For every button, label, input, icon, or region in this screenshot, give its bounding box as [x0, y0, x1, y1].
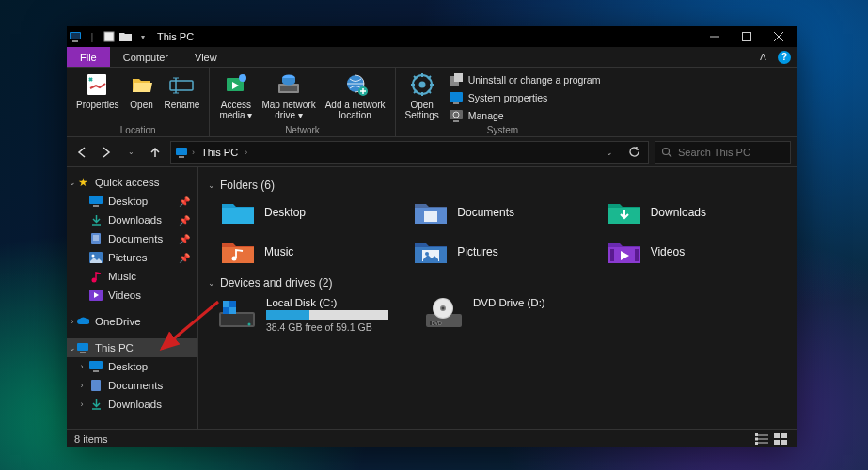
- window-title: This PC: [157, 31, 194, 42]
- svg-rect-39: [179, 156, 184, 158]
- ribbon: Properties Open Rename Location Access m…: [67, 68, 797, 137]
- tab-computer[interactable]: Computer: [110, 47, 181, 67]
- properties-button[interactable]: Properties: [72, 70, 123, 124]
- download-icon: [89, 213, 103, 227]
- ribbon-group-network: Access media ▾ Map network drive ▾ Add a…: [210, 68, 395, 136]
- settings-icon: [409, 71, 435, 98]
- folder-downloads[interactable]: Downloads: [604, 196, 787, 229]
- sidebar-quick-access[interactable]: ⌄ ★ Quick access: [67, 173, 197, 192]
- manage-button[interactable]: Manage: [445, 107, 605, 124]
- folder-pictures[interactable]: Pictures: [410, 235, 593, 269]
- folder-videos[interactable]: Videos: [604, 235, 787, 269]
- folder-desktop[interactable]: Desktop: [217, 196, 401, 229]
- search-box[interactable]: Search This PC: [655, 141, 791, 164]
- sidebar-downloads[interactable]: Downloads 📌: [67, 211, 197, 229]
- qat-dropdown-icon[interactable]: ▾: [136, 30, 150, 43]
- address-sep2[interactable]: ›: [245, 148, 247, 157]
- pictures-folder-icon: [414, 239, 448, 265]
- address-dropdown[interactable]: ⌄: [599, 142, 620, 163]
- drives-row: Local Disk (C:) 38.4 GB free of 59.1 GB …: [208, 293, 787, 333]
- tab-view[interactable]: View: [181, 47, 230, 67]
- qat-folder-icon[interactable]: [119, 30, 133, 43]
- svg-rect-57: [93, 370, 99, 372]
- chevron-right-icon[interactable]: ›: [76, 381, 87, 390]
- svg-rect-86: [774, 433, 780, 438]
- sidebar-pictures[interactable]: Pictures 📌: [67, 248, 197, 267]
- chevron-down-icon[interactable]: ⌄: [67, 343, 78, 352]
- map-drive-button[interactable]: Map network drive ▾: [258, 70, 319, 124]
- svg-rect-87: [781, 433, 787, 438]
- folder-music[interactable]: Music: [217, 235, 401, 269]
- pictures-icon: [89, 251, 103, 264]
- group-label-network: Network: [215, 124, 388, 135]
- svg-rect-37: [453, 120, 459, 122]
- svg-rect-54: [77, 343, 88, 351]
- sidebar-tp-downloads[interactable]: › Downloads: [67, 395, 197, 414]
- nav-forward[interactable]: [97, 143, 116, 162]
- chevron-right-icon[interactable]: ›: [76, 400, 87, 409]
- nav-up[interactable]: [146, 143, 165, 162]
- sidebar-onedrive[interactable]: › OneDrive: [67, 312, 197, 331]
- open-button[interactable]: Open: [125, 70, 159, 124]
- help-button[interactable]: ?: [772, 47, 797, 67]
- address-crumb[interactable]: This PC: [198, 147, 241, 158]
- folders-section-header[interactable]: ⌄ Folders (6): [208, 171, 787, 196]
- system-properties-button[interactable]: System properties: [445, 89, 605, 106]
- maximize-button[interactable]: [731, 26, 763, 47]
- minimize-button[interactable]: [699, 26, 731, 47]
- svg-rect-89: [781, 440, 787, 445]
- svg-rect-5: [743, 33, 751, 41]
- uninstall-icon: [449, 72, 464, 87]
- drives-section-header[interactable]: ⌄ Devices and drives (2): [208, 269, 787, 293]
- desktop-icon: [89, 360, 103, 373]
- desktop-folder-icon: [221, 199, 255, 226]
- content-pane[interactable]: ⌄ Folders (6) Desktop Documents Download…: [198, 167, 797, 429]
- sidebar-videos[interactable]: Videos: [67, 286, 197, 305]
- rename-button[interactable]: Rename: [161, 70, 204, 124]
- access-media-button[interactable]: Access media ▾: [215, 70, 256, 124]
- status-items: 8 items: [74, 433, 107, 445]
- ribbon-collapse[interactable]: ᐱ: [754, 47, 772, 67]
- svg-rect-43: [93, 205, 99, 207]
- svg-point-15: [239, 74, 246, 82]
- nav-recent[interactable]: ⌄: [121, 143, 140, 162]
- drive-dvd-d[interactable]: DVD DVD Drive (D:): [424, 297, 612, 333]
- address-sep[interactable]: ›: [192, 148, 195, 157]
- drive-usage-bar: [266, 310, 388, 320]
- nav-back[interactable]: [72, 143, 91, 162]
- statusbar: 8 items: [67, 429, 797, 447]
- sidebar-tp-desktop[interactable]: › Desktop: [67, 357, 197, 376]
- tab-file[interactable]: File: [67, 47, 110, 67]
- chevron-right-icon[interactable]: ›: [76, 362, 87, 371]
- chevron-down-icon[interactable]: ⌄: [67, 178, 78, 187]
- sidebar-music[interactable]: Music: [67, 267, 197, 286]
- sidebar-this-pc[interactable]: ⌄ This PC: [67, 338, 197, 357]
- sidebar: ⌄ ★ Quick access Desktop 📌 Downloads 📌 D…: [67, 167, 198, 429]
- svg-rect-72: [229, 307, 236, 314]
- address-bar[interactable]: › This PC › ⌄: [170, 141, 649, 164]
- drive-local-disk-c[interactable]: Local Disk (C:) 38.4 GB free of 59.1 GB: [217, 297, 405, 333]
- chevron-down-icon: ⌄: [208, 180, 215, 190]
- this-pc-icon[interactable]: [69, 30, 82, 43]
- add-location-icon: [342, 71, 369, 98]
- qat-properties-icon[interactable]: [103, 30, 116, 43]
- download-icon: [89, 398, 103, 411]
- sidebar-desktop[interactable]: Desktop 📌: [67, 192, 197, 211]
- system-small-buttons: Uninstall or change a program System pro…: [445, 70, 605, 124]
- svg-rect-9: [170, 81, 193, 90]
- refresh-button[interactable]: [623, 142, 644, 163]
- folder-documents[interactable]: Documents: [410, 196, 593, 229]
- uninstall-button[interactable]: Uninstall or change a program: [445, 71, 605, 88]
- close-button[interactable]: [763, 26, 795, 47]
- chevron-right-icon[interactable]: ›: [67, 317, 78, 326]
- details-view-icon[interactable]: [753, 431, 770, 446]
- sidebar-documents[interactable]: Documents 📌: [67, 229, 197, 248]
- add-network-location-button[interactable]: Add a network location: [322, 70, 389, 124]
- svg-rect-84: [755, 437, 758, 440]
- large-icons-view-icon[interactable]: [772, 431, 789, 446]
- ribbon-tabs: File Computer View ᐱ ?: [67, 47, 797, 68]
- sidebar-tp-documents[interactable]: › Documents: [67, 376, 197, 395]
- videos-folder-icon: [608, 239, 641, 265]
- open-settings-button[interactable]: Open Settings: [402, 70, 443, 124]
- pin-icon: 📌: [179, 253, 190, 263]
